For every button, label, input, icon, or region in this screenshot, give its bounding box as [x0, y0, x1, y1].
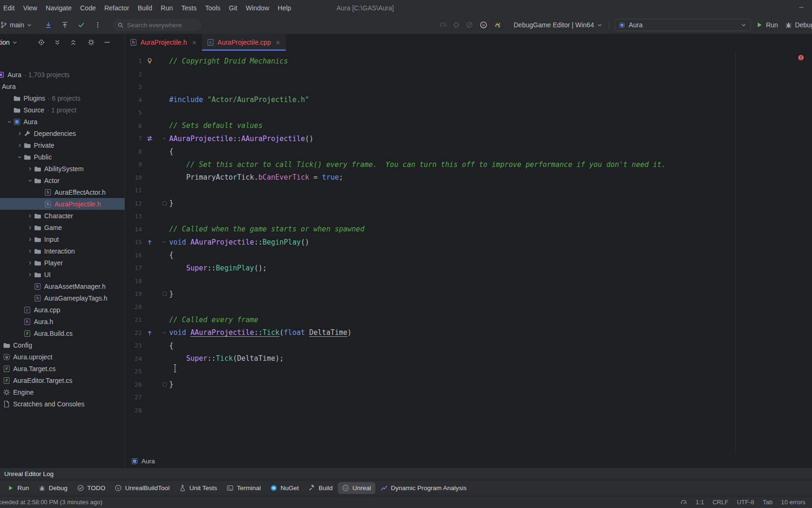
line-number[interactable]: 26 — [125, 378, 142, 391]
tool-window-unit-tests[interactable]: Unit Tests — [175, 482, 221, 494]
indent-style[interactable]: Tab — [763, 499, 773, 506]
file-encoding[interactable]: UTF-8 — [737, 499, 754, 506]
tree-item-config[interactable]: Config — [0, 339, 125, 351]
breadcrumb-item[interactable]: Aura — [141, 458, 155, 465]
close-tab-button[interactable] — [275, 40, 281, 46]
hide-panel-button[interactable] — [103, 39, 111, 46]
tool-window-unreal[interactable]: uUnreal — [338, 482, 375, 494]
code-line-21[interactable]: 21// Called every frame — [125, 313, 812, 326]
code-line-5[interactable]: 5 — [125, 106, 812, 119]
fold-marker-icon[interactable] — [162, 239, 167, 245]
override-marker-icon[interactable] — [146, 329, 153, 336]
memory-profiler-icon[interactable] — [453, 21, 460, 29]
fold-marker-icon[interactable] — [162, 330, 167, 335]
tree-item-aura[interactable]: Aura — [0, 80, 125, 92]
code-line-10[interactable]: 10 PrimaryActorTick.bCanEverTick = true; — [125, 171, 812, 184]
commit-button[interactable] — [78, 21, 85, 29]
tab-auraprojectile-h[interactable]: hAuraProjectile.h — [125, 34, 202, 51]
tree-item-actor[interactable]: Actor — [0, 175, 125, 186]
code-line-23[interactable]: 23{ — [125, 339, 812, 352]
caret-position[interactable]: 1:1 — [695, 499, 704, 506]
code-line-25[interactable]: 25 — [125, 365, 812, 378]
tree-item-engine[interactable]: Engine — [0, 386, 125, 398]
code-line-16[interactable]: 16{ — [125, 249, 812, 262]
line-number[interactable]: 9 — [125, 158, 142, 171]
unreal-link-icon[interactable]: u — [480, 21, 487, 29]
debug-button[interactable]: Debug — [785, 21, 812, 29]
code-line-27[interactable]: 27 — [125, 391, 812, 404]
tree-item-public[interactable]: Public — [0, 151, 125, 163]
settings-icon[interactable] — [87, 39, 95, 46]
git-branch-widget[interactable]: main — [0, 21, 32, 29]
collapse-all-button[interactable] — [70, 39, 77, 46]
tool-window-title[interactable]: Solution — [0, 39, 10, 46]
unreal-editor-log-bar[interactable]: Unreal Editor Log — [0, 468, 812, 480]
code-line-6[interactable]: 6// Sets default values — [125, 119, 812, 133]
line-number[interactable]: 3 — [125, 80, 142, 94]
tree-item-auraeditor-target-cs[interactable]: #AuraEditor.Target.cs — [0, 374, 125, 386]
intention-bulb-icon[interactable] — [146, 57, 153, 64]
inspections-error-icon[interactable] — [797, 54, 804, 61]
code-line-14[interactable]: 14// Called when the game starts or when… — [125, 223, 812, 236]
code-line-22[interactable]: 22void AAuraProjectile::Tick(float Delta… — [125, 326, 812, 340]
coverage-icon[interactable] — [466, 21, 473, 29]
line-number[interactable]: 28 — [125, 404, 142, 417]
tool-window-dynamic-program-analysis[interactable]: Dynamic Program Analysis — [376, 482, 471, 494]
tree-item-character[interactable]: Character — [0, 210, 125, 222]
tree-item-private[interactable]: Private — [0, 139, 125, 151]
code-line-12[interactable]: 12} — [125, 197, 812, 210]
menu-edit[interactable]: Edit — [0, 0, 19, 16]
tree-item-input[interactable]: Input — [0, 233, 125, 245]
code-line-17[interactable]: 17 Super::BeginPlay(); — [125, 262, 812, 275]
code-line-3[interactable]: 3 — [125, 80, 812, 94]
code-line-19[interactable]: 19} — [125, 287, 812, 301]
rider-link-icon[interactable] — [494, 21, 501, 29]
run-config-select[interactable]: Aura — [615, 19, 751, 31]
close-tab-button[interactable] — [191, 40, 197, 46]
tree-item-aura[interactable]: Aura — [0, 116, 125, 127]
tree-item-aura-uproject[interactable]: uAura.uproject — [0, 351, 125, 363]
line-number[interactable]: 13 — [125, 210, 142, 223]
menu-help[interactable]: Help — [273, 0, 296, 16]
line-number[interactable]: 16 — [125, 249, 142, 262]
line-number[interactable]: 6 — [125, 119, 142, 133]
code-line-8[interactable]: 8{ — [125, 145, 812, 159]
line-number[interactable]: 20 — [125, 301, 142, 314]
code-line-4[interactable]: 4#include "Actor/AuraProjectile.h" — [125, 94, 812, 107]
tree-item-auragameplaytags-h[interactable]: hAuraGameplayTags.h — [0, 292, 125, 304]
override-marker-icon[interactable] — [146, 238, 153, 246]
code-line-13[interactable]: 13 — [125, 210, 812, 223]
menu-tools[interactable]: Tools — [201, 0, 225, 16]
tree-item-source[interactable]: Source· 1 project — [0, 104, 125, 116]
menu-window[interactable]: Window — [242, 0, 273, 16]
tree-item-game[interactable]: Game — [0, 222, 125, 233]
line-number[interactable]: 19 — [125, 287, 142, 301]
locate-file-button[interactable] — [38, 39, 45, 46]
tree-item-aura-cpp[interactable]: cAura.cpp — [0, 304, 125, 316]
tree-item-aura-target-cs[interactable]: #Aura.Target.cs — [0, 363, 125, 374]
fold-end-marker[interactable] — [163, 382, 167, 387]
code-line-26[interactable]: 26} — [125, 378, 812, 391]
tree-item-abilitysystem[interactable]: AbilitySystem — [0, 163, 125, 175]
menu-run[interactable]: Run — [156, 0, 177, 16]
run-button[interactable]: Run — [756, 21, 778, 29]
tree-item-aura-build-cs[interactable]: #Aura.Build.cs — [0, 327, 125, 339]
fold-end-marker[interactable] — [163, 201, 167, 206]
line-number[interactable]: 1 — [125, 55, 142, 68]
tree-item-auraprojectile-h[interactable]: hAuraProjectile.h — [0, 198, 125, 210]
line-number[interactable]: 25 — [125, 365, 142, 378]
code-line-9[interactable]: 9 // Set this actor to call Tick() every… — [125, 158, 812, 171]
line-number[interactable]: 2 — [125, 68, 142, 81]
chevron-down-icon[interactable] — [12, 40, 18, 46]
line-number[interactable]: 22 — [125, 326, 142, 340]
tool-window-debug[interactable]: Debug — [34, 482, 72, 494]
push-button[interactable] — [61, 21, 69, 29]
code-line-28[interactable]: 28 — [125, 404, 812, 417]
tree-item-aura[interactable]: Aura· 1,703 projects — [0, 69, 125, 80]
tab-auraprojectile-cpp[interactable]: cAuraProjectile.cpp — [202, 34, 286, 51]
line-number[interactable]: 10 — [125, 171, 142, 184]
menu-navigate[interactable]: Navigate — [41, 0, 76, 16]
tool-window-nuget[interactable]: NNuGet — [266, 482, 303, 494]
code-line-20[interactable]: 20 — [125, 301, 812, 314]
tree-item-ui[interactable]: UI — [0, 269, 125, 280]
